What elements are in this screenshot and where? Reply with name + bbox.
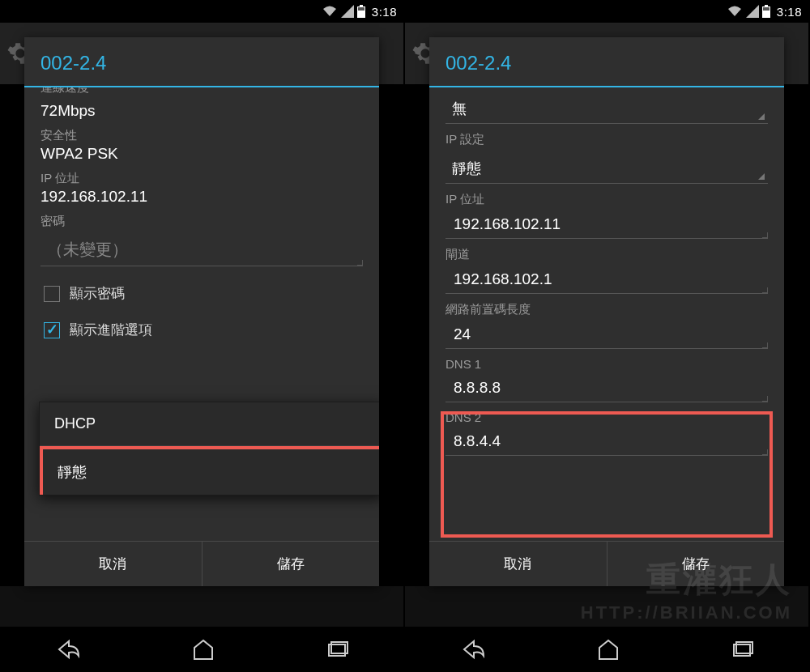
wifi-dialog: 002-2.4 連線速度 72Mbps 安全性 WPA2 PSK IP 位址 1… xyxy=(24,37,379,586)
dialog-footer: 取消 儲存 xyxy=(24,541,379,586)
dialog-footer: 取消 儲存 xyxy=(429,541,784,586)
back-icon[interactable] xyxy=(54,638,82,661)
dialog-title: 002-2.4 xyxy=(24,37,379,86)
show-advanced-label: 顯示進階選項 xyxy=(70,321,152,339)
show-advanced-row[interactable]: 顯示進階選項 xyxy=(44,321,363,339)
show-advanced-checkbox[interactable] xyxy=(44,322,60,338)
phone-right: 3:18 002-2.4 無 IP 設定 靜態 IP 位址 192.168.10… xyxy=(405,0,810,672)
cancel-button[interactable]: 取消 xyxy=(24,542,202,586)
security-label: 安全性 xyxy=(40,128,363,143)
background-dim xyxy=(405,586,808,627)
signal-icon xyxy=(341,5,354,18)
svg-rect-6 xyxy=(765,5,768,6)
android-navbar xyxy=(0,627,403,672)
wifi-icon xyxy=(322,5,338,18)
svg-rect-2 xyxy=(358,7,364,11)
home-icon[interactable] xyxy=(191,638,215,661)
dns2-input[interactable]: 8.8.4.4 xyxy=(446,427,768,456)
save-button[interactable]: 儲存 xyxy=(608,542,785,586)
clock: 3:18 xyxy=(372,5,397,19)
dialog-title: 002-2.4 xyxy=(429,37,784,86)
statusbar: 3:18 xyxy=(405,0,808,23)
dialog-body: 無 IP 設定 靜態 IP 位址 192.168.102.11 閘道 192.1… xyxy=(429,87,784,541)
save-button[interactable]: 儲存 xyxy=(202,542,380,586)
wifi-icon xyxy=(727,5,743,18)
link-speed-label: 連線速度 xyxy=(40,87,363,97)
ip-settings-spinner[interactable]: 靜態 xyxy=(446,152,768,184)
home-icon[interactable] xyxy=(596,638,620,661)
signal-icon xyxy=(746,5,759,18)
link-speed-value: 72Mbps xyxy=(40,102,363,120)
gateway-label: 閘道 xyxy=(446,247,768,262)
password-label: 密碼 xyxy=(40,214,363,229)
ip-address-label: IP 位址 xyxy=(40,171,363,186)
back-icon[interactable] xyxy=(459,638,487,661)
proxy-spinner[interactable]: 無 xyxy=(446,92,768,124)
dns1-label: DNS 1 xyxy=(446,357,768,371)
dropdown-option-static[interactable]: 靜態 xyxy=(40,446,379,495)
battery-icon xyxy=(762,5,770,18)
phone-left: 3:18 002-2.4 連線速度 72Mbps 安全性 WPA2 PSK IP… xyxy=(0,0,405,672)
svg-rect-1 xyxy=(360,5,363,6)
statusbar: 3:18 xyxy=(0,0,403,23)
ip-address-value: 192.168.102.11 xyxy=(40,188,363,206)
wifi-dialog: 002-2.4 無 IP 設定 靜態 IP 位址 192.168.102.11 … xyxy=(429,37,784,586)
background-dim xyxy=(0,586,403,627)
dropdown-option-dhcp[interactable]: DHCP xyxy=(40,402,379,446)
dialog-body: 連線速度 72Mbps 安全性 WPA2 PSK IP 位址 192.168.1… xyxy=(24,87,379,541)
ip-address-input[interactable]: 192.168.102.11 xyxy=(446,211,768,239)
battery-icon xyxy=(357,5,365,18)
ip-address-label: IP 位址 xyxy=(446,192,768,207)
dns1-input[interactable]: 8.8.8.8 xyxy=(446,374,768,402)
ip-settings-label: IP 設定 xyxy=(446,132,768,147)
show-password-checkbox[interactable] xyxy=(44,286,60,302)
android-navbar xyxy=(405,627,808,672)
recent-icon[interactable] xyxy=(325,638,349,661)
prefix-length-label: 網路前置碼長度 xyxy=(446,302,768,317)
show-password-row[interactable]: 顯示密碼 xyxy=(44,284,363,303)
password-input[interactable]: （未變更） xyxy=(40,234,363,266)
gateway-input[interactable]: 192.168.102.1 xyxy=(446,266,768,294)
security-value: WPA2 PSK xyxy=(40,145,363,163)
svg-rect-7 xyxy=(763,7,770,11)
recent-icon[interactable] xyxy=(730,638,754,661)
ip-settings-dropdown: DHCP 靜態 xyxy=(39,402,379,495)
prefix-length-input[interactable]: 24 xyxy=(446,321,768,349)
dns2-label: DNS 2 xyxy=(446,410,768,424)
show-password-label: 顯示密碼 xyxy=(70,284,125,303)
cancel-button[interactable]: 取消 xyxy=(429,542,608,586)
clock: 3:18 xyxy=(777,5,802,19)
